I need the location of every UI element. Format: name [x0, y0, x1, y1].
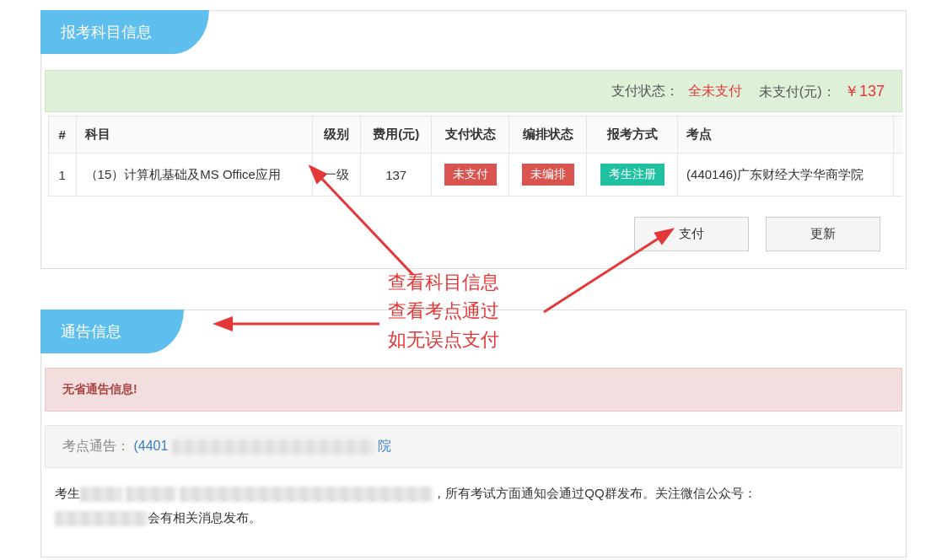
unpaid-label: 未支付(元)：: [759, 84, 836, 99]
unpaid-value: ￥137: [844, 83, 885, 100]
badge-arrange: 未编排: [522, 164, 574, 186]
col-subject: 科目: [76, 116, 313, 153]
cell-subject: （15）计算机基础及MS Office应用: [76, 153, 313, 197]
annotation-line1: 查看科目信息: [388, 268, 499, 297]
censored-block: [80, 487, 122, 502]
action-row: 支付 更新: [41, 200, 906, 268]
cell-level: 一级: [313, 153, 361, 197]
subject-table: # 科目 级别 费用(元) 支付状态 编排状态 报考方式 考点 考场 1 （15…: [48, 116, 902, 197]
cell-extra: (准: [894, 153, 902, 197]
table-row: 1 （15）计算机基础及MS Office应用 一级 137 未支付 未编排 考…: [49, 153, 903, 197]
cell-fee: 137: [361, 153, 432, 197]
panel-header: 报考科目信息: [41, 11, 906, 70]
cell-arrange: 未编排: [509, 153, 587, 197]
censored-block: [180, 487, 433, 502]
announce-suffix: 院: [378, 439, 391, 453]
censored-block: [172, 439, 374, 455]
badge-pay: 未支付: [444, 164, 497, 186]
refresh-button[interactable]: 更新: [766, 217, 880, 251]
col-extra: 考场: [894, 116, 902, 153]
panel2-header: 通告信息: [41, 310, 906, 361]
col-level: 级别: [313, 116, 361, 153]
site-announce-bar: 考点通告： (4401 院: [45, 425, 902, 468]
cell-method: 考生注册: [587, 153, 678, 197]
announce-label: 考点通告：: [62, 439, 130, 453]
col-paystatus: 支付状态: [432, 116, 509, 153]
subject-info-panel: 报考科目信息 支付状态： 全未支付 未支付(元)： ￥137 # 科目 级别 费…: [40, 10, 907, 269]
panel2-title: 通告信息: [40, 310, 184, 353]
payment-status-bar: 支付状态： 全未支付 未支付(元)： ￥137: [45, 70, 902, 112]
pay-button[interactable]: 支付: [634, 217, 749, 251]
col-arrange: 编排状态: [509, 116, 587, 153]
announce-body: 考生 ，所有考试方面通知会通过QQ群发布。关注微信公众号： 会有相关消息发布。: [45, 468, 902, 557]
cell-paystatus: 未支付: [432, 153, 509, 197]
censored-block: [126, 487, 176, 502]
cell-idx: 1: [49, 153, 77, 197]
body-t2: ，所有考试方面通知会通过QQ群发布。关注微信公众号：: [433, 486, 756, 500]
table-header-row: # 科目 级别 费用(元) 支付状态 编排状态 报考方式 考点 考场: [49, 116, 903, 153]
col-fee: 费用(元): [361, 116, 432, 153]
body-t3: 会有相关消息发布。: [148, 510, 261, 525]
censored-block: [55, 511, 148, 526]
cell-site: (440146)广东财经大学华商学院: [678, 153, 894, 197]
alert-no-province-notice: 无省通告信息!: [45, 368, 902, 412]
panel-title: 报考科目信息: [40, 10, 209, 54]
pay-status-value: 全未支付: [688, 83, 742, 98]
col-site: 考点: [678, 116, 894, 153]
col-idx: #: [49, 116, 77, 153]
body-t1: 考生: [55, 486, 80, 500]
badge-method: 考生注册: [600, 164, 665, 186]
notice-info-panel: 通告信息 无省通告信息! 考点通告： (4401 院 考生 ，所有考试方面通知会…: [40, 310, 907, 557]
subject-table-scroll[interactable]: # 科目 级别 费用(元) 支付状态 编排状态 报考方式 考点 考场 1 （15…: [45, 116, 902, 197]
pay-status-label: 支付状态：: [611, 83, 679, 98]
announce-code: (4401: [133, 439, 168, 453]
col-method: 报考方式: [587, 116, 678, 153]
